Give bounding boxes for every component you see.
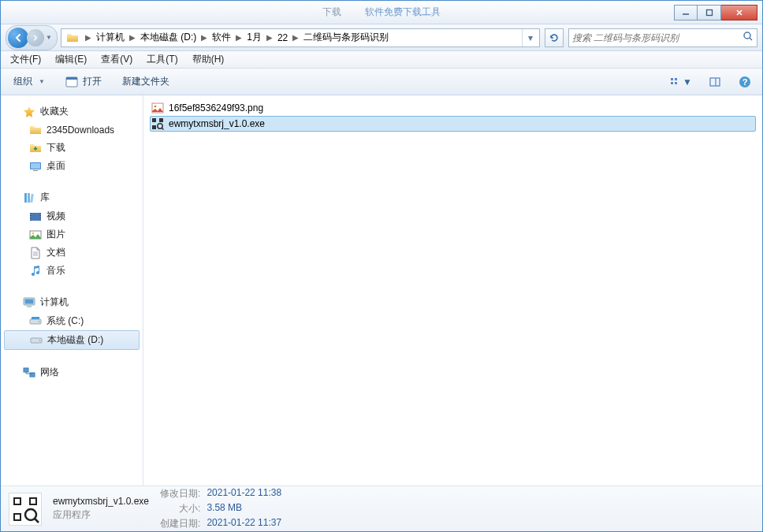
chevron-down-icon: ▼ [683,76,692,87]
libraries-header[interactable]: 库 [1,189,143,207]
favorites-label: 收藏夹 [40,105,69,118]
help-button[interactable]: ? [735,76,754,88]
refresh-button[interactable] [545,28,564,47]
organize-label: 组织 [13,75,32,88]
navigation-bar: ▼ ▶ 计算机 ▶ 本地磁盘 (D:) ▶ 软件 ▶ 1月 ▶ 22 ▶ 二维码… [1,24,762,51]
svg-rect-46 [152,118,156,122]
libraries-label: 库 [40,191,50,204]
svg-rect-8 [671,82,673,84]
menu-view[interactable]: 查看(V) [95,51,139,68]
crumb-sep-icon[interactable]: ▶ [126,33,139,42]
file-item-exe[interactable]: ewmytxmsbrj_v1.0.exe [150,116,756,132]
details-primary: ewmytxmsbrj_v1.0.exe 应用程序 [53,496,149,522]
svg-rect-55 [31,499,35,504]
view-options-button[interactable]: ▼ [668,76,694,87]
nav-history-dropdown[interactable]: ▼ [46,34,52,41]
details-filename: ewmytxmsbrj_v1.0.exe [53,496,149,507]
menu-help[interactable]: 帮助(H) [186,51,231,68]
file-item-png[interactable]: 16f5ef8536249f93.png [150,100,756,116]
file-name: 16f5ef8536249f93.png [169,102,263,113]
crumb-folder-1[interactable]: 软件 [210,29,233,47]
sidebar-item-label: 2345Downloads [47,125,114,136]
open-button[interactable]: 打开 [61,73,106,91]
svg-point-27 [39,216,40,217]
sidebar-item-label: 桌面 [47,159,65,173]
maximize-button[interactable] [698,5,721,20]
details-filetype: 应用程序 [53,508,149,522]
address-dropdown[interactable]: ▾ [522,29,538,47]
close-button[interactable] [721,5,757,20]
search-input[interactable] [572,32,743,43]
desktop-icon [29,160,42,173]
svg-rect-19 [30,193,34,202]
sidebar-item-pictures[interactable]: 图片 [1,225,143,244]
network-header[interactable]: 网络 [1,364,143,382]
new-folder-button[interactable]: 新建文件夹 [117,73,174,91]
organize-button[interactable]: 组织▼ [9,73,50,91]
sidebar-item-downloads[interactable]: 下载 [1,139,143,157]
svg-rect-18 [28,193,30,203]
crumb-sep-icon[interactable]: ▶ [233,33,245,42]
file-list[interactable]: 16f5ef8536249f93.png ewmytxmsbrj_v1.0.ex… [143,95,762,485]
preview-pane-button[interactable] [705,76,724,87]
crumb-folder-4[interactable]: 二维码与条形码识别 [302,29,390,47]
details-thumbnail [9,493,42,526]
crumb-folder-3[interactable]: 22 [276,29,289,47]
libraries-group: 库 视频 图片 文档 音乐 [1,189,143,280]
sidebar-item-drive-d[interactable]: 本地磁盘 (D:) [4,330,140,350]
sidebar-item-videos[interactable]: 视频 [1,207,143,225]
details-modified-value: 2021-01-22 11:38 [207,487,281,500]
svg-rect-15 [31,163,40,169]
search-icon[interactable] [743,31,754,44]
menu-tools[interactable]: 工具(T) [140,51,184,68]
sidebar-item-desktop[interactable]: 桌面 [1,157,143,175]
svg-rect-35 [25,299,34,303]
computer-label: 计算机 [40,296,69,309]
svg-line-3 [750,38,752,40]
computer-icon [23,296,35,309]
favorites-header[interactable]: 收藏夹 [1,103,143,121]
crumb-folder-2[interactable]: 1月 [245,29,263,47]
exe-file-icon [151,117,164,130]
svg-line-50 [162,128,163,129]
drive-icon [30,334,43,347]
sidebar-item-music[interactable]: 音乐 [1,262,143,280]
menu-file[interactable]: 文件(F) [4,51,47,68]
svg-rect-7 [675,78,677,80]
explorer-window: 下载 软件免费下载工具 ▼ ▶ 计算机 ▶ 本地磁盘 (D:) ▶ 软件 [0,0,763,532]
back-button[interactable] [8,28,28,48]
svg-text:?: ? [743,77,748,87]
svg-line-58 [35,519,39,523]
sidebar-item-label: 系统 (C:) [47,314,84,328]
main-area: 收藏夹 2345Downloads 下载 桌面 [1,95,762,485]
sidebar-item-label: 文档 [47,246,65,259]
sidebar-item-drive-c[interactable]: 系统 (C:) [1,312,143,330]
svg-rect-17 [24,193,27,203]
new-folder-label: 新建文件夹 [122,75,169,88]
svg-rect-1 [706,9,712,15]
computer-header[interactable]: 计算机 [1,294,143,312]
network-icon [23,366,35,379]
crumb-computer[interactable]: 计算机 [95,29,126,47]
crumb-drive[interactable]: 本地磁盘 (D:) [139,29,198,47]
svg-point-41 [39,340,41,341]
application-icon [65,76,78,88]
computer-group: 计算机 系统 (C:) 本地磁盘 (D:) [1,294,143,350]
search-box[interactable] [568,28,757,47]
crumb-sep-icon[interactable]: ▶ [289,33,302,42]
minimize-button[interactable] [674,5,698,20]
sidebar-item-documents[interactable]: 文档 [1,244,143,262]
details-created-label: 创建日期: [160,517,200,530]
blurred-text-1: 下载 [322,6,341,19]
address-bar[interactable]: ▶ 计算机 ▶ 本地磁盘 (D:) ▶ 软件 ▶ 1月 ▶ 22 ▶ 二维码与条… [61,28,540,47]
crumb-sep-icon[interactable]: ▶ [263,33,276,42]
menu-edit[interactable]: 编辑(E) [49,51,93,68]
crumb-sep-icon[interactable]: ▶ [82,33,95,42]
sidebar-item-downloads-2345[interactable]: 2345Downloads [1,121,143,139]
sidebar-item-label: 音乐 [47,264,65,277]
svg-rect-39 [32,317,39,319]
sidebar-item-label: 本地磁盘 (D:) [47,333,103,347]
crumb-sep-icon[interactable]: ▶ [198,33,210,42]
forward-button[interactable] [27,29,44,47]
svg-rect-5 [66,77,77,80]
